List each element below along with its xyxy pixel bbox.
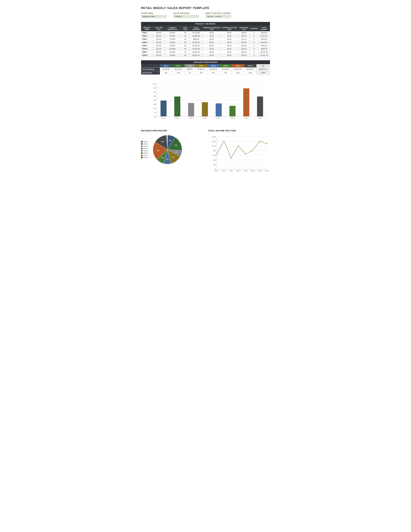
svg-text:ITEM 3: ITEM 3 xyxy=(189,117,193,119)
table-cell: 83.00% xyxy=(164,31,180,35)
table-cell: $1,828.75 xyxy=(190,41,202,44)
page-title: RETAIL WEEKLY SALES REPORT TEMPLATE xyxy=(141,6,270,10)
product-col-header: SHIPPING COST PER ITEM xyxy=(221,26,238,31)
table-cell: ITEM 4 xyxy=(141,41,153,44)
table-cell: 1 xyxy=(250,35,259,38)
table-cell: $2.50 xyxy=(221,44,238,48)
store-block: STORE NAME Market on Main xyxy=(141,12,167,18)
svg-rect-20 xyxy=(160,101,167,116)
svg-text:ITEM 8: ITEM 8 xyxy=(265,170,269,172)
svg-text:9%: 9% xyxy=(162,157,164,159)
svg-text:ITEM 3: ITEM 3 xyxy=(229,170,234,172)
meta-section: STORE NAME Market on Main SALES MANAGER … xyxy=(141,12,270,18)
table-row: ITEM 5$14.5095.00%40$1,131.00$5.00$2.50$… xyxy=(141,44,270,48)
legend-item: ITEM 4 xyxy=(141,148,148,149)
pie-chart-svg: 9%17%7%13%8%9%21%15% xyxy=(151,133,184,166)
table-cell: 17% xyxy=(172,71,184,75)
legend-item: ITEM 7 xyxy=(141,154,148,156)
table-cell: 15% xyxy=(244,71,256,75)
product-table-body: ITEM 1$19.5083.00%35$1,248.98$5.00$2.50$… xyxy=(141,31,270,57)
table-cell: $2.50 xyxy=(221,31,238,35)
table-cell: $1,320.00 xyxy=(220,67,232,71)
svg-rect-32 xyxy=(243,88,249,116)
svg-point-70 xyxy=(223,140,224,142)
table-cell: $2.50 xyxy=(221,51,238,54)
table-cell: 60 xyxy=(181,48,190,51)
table-cell: $1,207.25 xyxy=(258,51,270,54)
table-row: ITEM 7$49.0065.00%37$2,991.45$5.00$2.50$… xyxy=(141,51,270,54)
table-cell: ITEM 8 xyxy=(141,54,153,57)
bottom-charts: REVENUE BREAKDOWN ITEM 1ITEM 2ITEM 3ITEM… xyxy=(141,129,270,176)
table-cell: 21% xyxy=(232,71,244,75)
product-col-header: TOTAL REVENUE xyxy=(190,26,202,31)
svg-line-64 xyxy=(231,146,238,158)
svg-text:$30: $30 xyxy=(154,91,156,93)
product-col-header: RETURNS xyxy=(250,26,259,31)
legend-label: ITEM 7 xyxy=(143,154,148,156)
svg-rect-24 xyxy=(188,103,194,116)
table-cell: $16.28 xyxy=(238,44,250,48)
svg-rect-34 xyxy=(257,96,263,116)
week-label: WEEK STARTING & ENDING xyxy=(206,12,231,14)
table-cell: ITEM 7 xyxy=(141,51,153,54)
breakdown-table: ITEM 1ITEM 2ITEM 3ITEM 4ITEM 5ITEM 6ITEM… xyxy=(141,64,270,75)
line-chart-title: TOTAL INCOME PER ITEM xyxy=(208,129,270,132)
product-col-header: TOTAL SOLD xyxy=(181,26,190,31)
line-chart-section: TOTAL INCOME PER ITEM $0$200$400$600$800… xyxy=(208,129,270,176)
table-row: ITEM 1$19.5083.00%35$1,248.98$5.00$2.50$… xyxy=(141,31,270,35)
table-cell: $23.82 xyxy=(238,35,250,38)
product-revenue-title: PRODUCT REVENUE xyxy=(141,22,270,26)
week-value: xx/xx/xx - xx/xx/xx xyxy=(206,15,231,18)
table-cell: 37 xyxy=(181,51,190,54)
table-cell: $19.50 xyxy=(153,38,164,41)
revenue-breakdown-title: REVENUE BREAKDOWN xyxy=(141,60,270,64)
legend-item: ITEM 3 xyxy=(141,145,148,147)
product-col-header: PROFIT PER ITEM xyxy=(238,26,250,31)
svg-text:ITEM 7: ITEM 7 xyxy=(258,170,262,172)
svg-text:$1,400: $1,400 xyxy=(212,136,216,138)
svg-text:$600: $600 xyxy=(213,155,216,156)
svg-text:ITEM 1: ITEM 1 xyxy=(161,117,166,119)
svg-text:13%: 13% xyxy=(172,156,175,158)
breakdown-col-header: ITEM 4 xyxy=(195,64,207,67)
manager-value: Patrick E. xyxy=(173,15,199,18)
table-cell: $1,320.00 xyxy=(190,48,202,51)
week-block: WEEK STARTING & ENDING xx/xx/xx - xx/xx/… xyxy=(206,12,231,18)
table-row: ITEM 8$24.5092.00%44$2,069.76$5.00$2.50$… xyxy=(141,54,270,57)
table-cell: 0 xyxy=(250,31,259,35)
legend-item: ITEM 5 xyxy=(141,150,148,152)
table-cell: $24.50 xyxy=(153,35,164,38)
table-cell: $2,382.38 xyxy=(172,67,184,71)
table-cell: $5.00 xyxy=(202,38,221,41)
legend-label: ITEM 2 xyxy=(143,143,148,145)
svg-line-67 xyxy=(253,141,260,150)
svg-text:ITEM 1: ITEM 1 xyxy=(215,170,219,172)
legend-label: ITEM 3 xyxy=(143,145,148,147)
svg-text:$1,200: $1,200 xyxy=(212,141,216,142)
table-cell: TOTAL REVENUE xyxy=(141,67,160,71)
svg-text:8%: 8% xyxy=(167,158,168,160)
table-cell: $955.50 xyxy=(190,38,202,41)
table-cell: $2.50 xyxy=(221,54,238,57)
legend-color xyxy=(141,157,143,158)
svg-point-69 xyxy=(216,153,217,155)
table-cell: 55 xyxy=(181,41,190,44)
svg-text:$200: $200 xyxy=(213,164,216,166)
table-cell: 40 xyxy=(181,44,190,48)
svg-text:$35: $35 xyxy=(154,87,156,89)
product-table-header: PRODUCT NAMECOST PER ITEMMARKUP PERCENTA… xyxy=(141,26,270,31)
svg-line-62 xyxy=(217,141,224,154)
table-cell: 9% xyxy=(220,71,232,75)
table-cell: ITEM 3 xyxy=(141,38,153,41)
table-cell: ITEM 5 xyxy=(141,44,153,48)
breakdown-col-header: ITEM 1 xyxy=(160,64,172,67)
table-cell: 100% xyxy=(256,71,270,75)
pie-container: ITEM 1ITEM 2ITEM 3ITEM 4ITEM 5ITEM 6ITEM… xyxy=(141,133,203,166)
table-cell: $810.00 xyxy=(258,48,270,51)
table-cell: 8% xyxy=(207,71,220,75)
svg-text:$25: $25 xyxy=(154,95,156,97)
table-cell: $5.00 xyxy=(202,51,221,54)
product-col-header: SHIPPING CHARGE PER ITEM xyxy=(202,26,221,31)
product-revenue-table: PRODUCT NAMECOST PER ITEMMARKUP PERCENTA… xyxy=(141,26,270,57)
svg-line-66 xyxy=(245,150,253,154)
